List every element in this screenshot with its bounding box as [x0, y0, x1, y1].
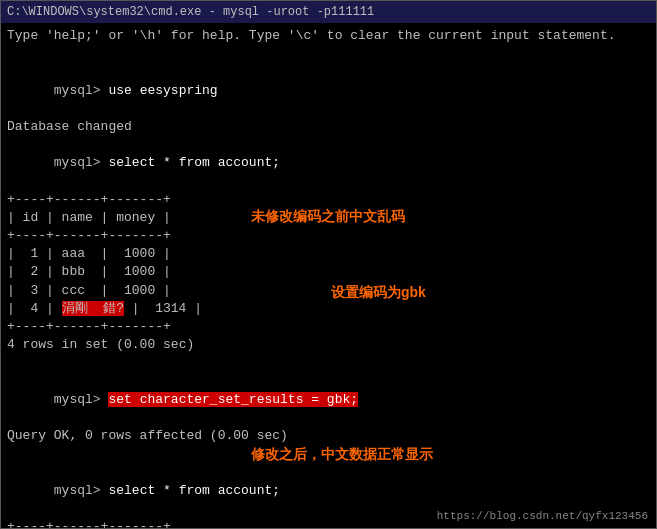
- set-cmd-line: mysql> set character_set_results = gbk;: [7, 373, 650, 428]
- prompt2: mysql>: [54, 155, 109, 170]
- footer-link[interactable]: https://blog.csdn.net/qyfx123456: [437, 510, 648, 522]
- set-cmd-text: set character_set_results = gbk;: [108, 392, 358, 407]
- db-changed: Database changed: [7, 118, 650, 136]
- terminal-body[interactable]: Type 'help;' or '\h' for help. Type '\c'…: [1, 23, 656, 528]
- blank1: [7, 45, 650, 63]
- annotation-gbk: 设置编码为gbk: [331, 284, 426, 302]
- prompt3: mysql>: [54, 392, 109, 407]
- use-text: use eesyspring: [108, 83, 217, 98]
- title-bar: C:\WINDOWS\system32\cmd.exe - mysql -uro…: [1, 1, 656, 23]
- table1-top-div: +----+------+-------+: [7, 191, 650, 209]
- table1-row3: | 3 | ccc | 1000 |: [7, 282, 650, 300]
- table1-bot-div: +----+------+-------+: [7, 318, 650, 336]
- blank2: [7, 354, 650, 372]
- terminal-window: C:\WINDOWS\system32\cmd.exe - mysql -uro…: [0, 0, 657, 529]
- select1: mysql> select * from account;: [7, 136, 650, 191]
- title-text: C:\WINDOWS\system32\cmd.exe - mysql -uro…: [7, 5, 374, 19]
- table1-row1: | 1 | aaa | 1000 |: [7, 245, 650, 263]
- query-ok: Query OK, 0 rows affected (0.00 sec): [7, 427, 650, 445]
- annotation-garbled: 未修改编码之前中文乱码: [251, 208, 405, 226]
- table1-mid-div: +----+------+-------+: [7, 227, 650, 245]
- use-cmd: mysql> use eesyspring: [7, 63, 650, 118]
- help-line: Type 'help;' or '\h' for help. Type '\c'…: [7, 27, 650, 45]
- annotation-fixed: 修改之后，中文数据正常显示: [251, 446, 433, 464]
- prompt1: mysql>: [54, 83, 109, 98]
- table1-row4: | 4 | 涓剛 錯? | 1314 |: [7, 300, 650, 318]
- garbled-text: 涓剛 錯?: [62, 301, 124, 316]
- prompt4: mysql>: [54, 483, 109, 498]
- table1-row2: | 2 | bbb | 1000 |: [7, 263, 650, 281]
- rows-count1: 4 rows in set (0.00 sec): [7, 336, 650, 354]
